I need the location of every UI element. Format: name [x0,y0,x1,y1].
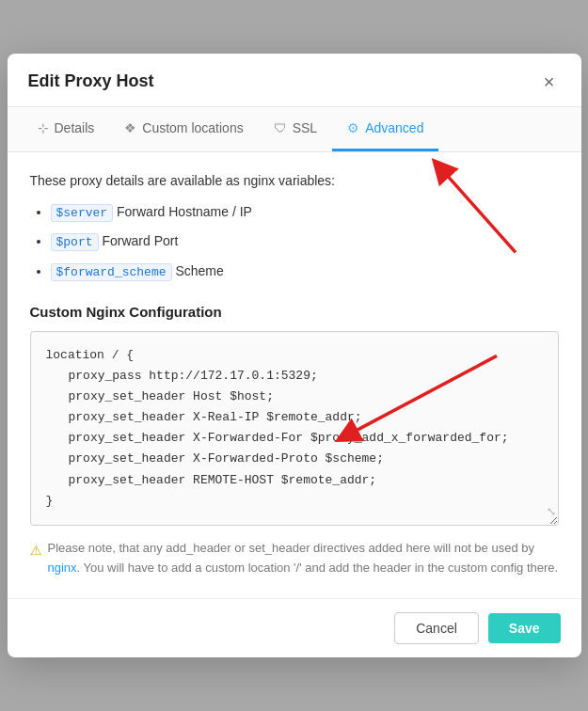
modal-body: These proxy details are available as ngi… [8,152,581,599]
advanced-icon: ⚙ [347,120,359,135]
list-item: $server Forward Hostname / IP [51,201,559,224]
custom-locations-icon: ❖ [124,120,136,135]
code-line: } [46,491,543,512]
warning-icon: ⚠ [30,540,42,561]
var-server: $server [51,204,114,222]
section-title: Custom Nginx Configuration [30,304,559,320]
notice-box: ⚠ Please note, that any add_header or se… [30,539,559,578]
modal-title: Edit Proxy Host [28,71,154,91]
ssl-icon: 🛡 [274,120,287,135]
cancel-button[interactable]: Cancel [394,612,479,644]
tab-advanced[interactable]: ⚙ Advanced [332,107,438,151]
code-line: proxy_pass http://172.17.0.1:5329; [46,366,543,387]
code-line: proxy_set_header Host $host; [46,387,543,407]
code-line: proxy_set_header X-Real-IP $remote_addr; [46,407,543,428]
tab-ssl[interactable]: 🛡 SSL [259,107,332,151]
modal-footer: Cancel Save [8,598,581,657]
list-item: $forward_scheme Scheme [51,261,559,283]
notice-text: Please note, that any add_header or set_… [48,539,559,578]
info-text: These proxy details are available as ngi… [30,173,559,188]
edit-proxy-host-modal: Edit Proxy Host × ⊹ Details ❖ Custom loc… [8,54,581,658]
save-button[interactable]: Save [488,613,561,643]
code-editor[interactable]: location / { proxy_pass http://172.17.0.… [30,331,559,526]
var-forward-scheme-desc: Scheme [175,263,223,278]
code-line: proxy_set_header X-Forwarded-Proto $sche… [46,449,543,469]
modal-header: Edit Proxy Host × [8,54,581,107]
close-button[interactable]: × [538,71,561,93]
tab-bar: ⊹ Details ❖ Custom locations 🛡 SSL ⚙ Adv… [8,107,581,152]
tab-details[interactable]: ⊹ Details [23,107,110,151]
var-server-desc: Forward Hostname / IP [117,204,252,219]
var-port-desc: Forward Port [102,233,178,248]
variables-list: $server Forward Hostname / IP $port Forw… [30,201,559,283]
var-port: $port [51,233,99,251]
code-line: location / { [46,345,543,366]
tab-custom-locations[interactable]: ❖ Custom locations [109,107,258,151]
list-item: $port Forward Port [51,230,559,253]
details-icon: ⊹ [38,120,49,135]
nginx-link[interactable]: nginx [48,561,77,575]
code-line: proxy_set_header X-Forwarded-For $proxy_… [46,428,543,449]
resize-handle[interactable]: ⤡ [547,503,556,522]
var-forward-scheme: $forward_scheme [51,263,172,281]
code-line: proxy_set_header REMOTE-HOST $remote_add… [46,470,543,491]
